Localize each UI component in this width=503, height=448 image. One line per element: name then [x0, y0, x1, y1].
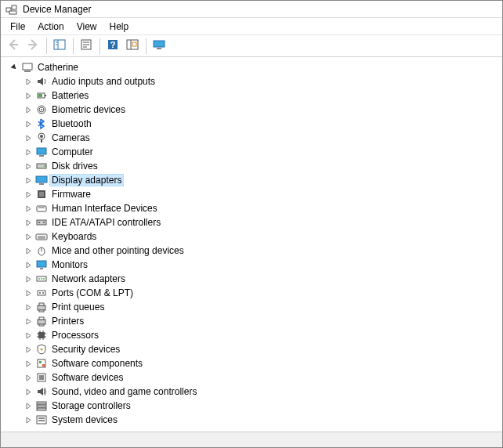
- tree-node-label: Human Interface Devices: [49, 202, 160, 215]
- expander-collapsed-icon[interactable]: [23, 245, 34, 256]
- tree-node-firmware[interactable]: Firmware: [23, 187, 501, 201]
- expander-collapsed-icon[interactable]: [23, 372, 34, 383]
- expander-collapsed-icon[interactable]: [23, 132, 34, 143]
- expander-collapsed-icon[interactable]: [23, 189, 34, 200]
- svg-point-54: [39, 292, 41, 294]
- tree-node-cameras[interactable]: Cameras: [23, 131, 501, 145]
- svg-point-71: [41, 349, 43, 351]
- svg-point-51: [41, 278, 42, 280]
- tree-node-keyboards[interactable]: Keyboards: [23, 229, 501, 244]
- tree-node-label: Keyboards: [49, 230, 99, 243]
- expander-collapsed-icon[interactable]: [23, 203, 34, 214]
- expander-collapsed-icon[interactable]: [23, 259, 34, 270]
- expander-collapsed-icon[interactable]: [23, 316, 34, 327]
- expander-collapsed-icon[interactable]: [23, 104, 34, 115]
- tree-node-network[interactable]: Network adapters: [23, 272, 501, 286]
- tree-node-label: Print queues: [49, 301, 107, 313]
- expander-collapsed-icon[interactable]: [23, 414, 34, 425]
- expander-collapsed-icon[interactable]: [23, 161, 34, 172]
- tree-node-hid[interactable]: Human Interface Devices: [23, 201, 501, 215]
- ide-icon: [35, 216, 48, 229]
- tree-node-security[interactable]: Security devices: [23, 342, 501, 356]
- tree-node-disk[interactable]: Disk drives: [23, 159, 501, 173]
- disk-icon: [35, 160, 48, 172]
- mice-icon: [35, 244, 48, 257]
- svg-rect-60: [39, 317, 44, 320]
- toolbar-forward-button[interactable]: [24, 37, 42, 56]
- tree-node-audio[interactable]: Audio inputs and outputs: [23, 74, 501, 89]
- expander-collapsed-icon[interactable]: [23, 330, 34, 341]
- toolbar-properties-button[interactable]: [77, 37, 96, 56]
- expander-collapsed-icon[interactable]: [23, 302, 34, 313]
- svg-point-32: [44, 165, 45, 167]
- svg-rect-77: [37, 402, 46, 404]
- batteries-icon: [35, 89, 48, 102]
- menu-file[interactable]: File: [4, 20, 31, 34]
- tree-node-swdev[interactable]: Software devices: [23, 370, 501, 385]
- expander-collapsed-icon[interactable]: [23, 175, 34, 186]
- expander-collapsed-icon[interactable]: [23, 217, 34, 228]
- expander-expanded-icon[interactable]: [9, 62, 20, 73]
- menu-action[interactable]: Action: [31, 20, 70, 34]
- svg-rect-61: [39, 324, 44, 326]
- hid-icon: [35, 202, 48, 215]
- expander-collapsed-icon[interactable]: [23, 146, 34, 157]
- menu-view[interactable]: View: [71, 20, 103, 34]
- expander-collapsed-icon[interactable]: [23, 400, 34, 411]
- svg-rect-81: [38, 417, 45, 419]
- tree-node-ide[interactable]: IDE ATA/ATAPI controllers: [23, 215, 501, 229]
- svg-rect-22: [38, 94, 42, 97]
- tree-node-printers[interactable]: Printers: [23, 314, 501, 328]
- expander-collapsed-icon[interactable]: [23, 344, 34, 355]
- menu-help[interactable]: Help: [103, 20, 136, 34]
- tree-node-printq[interactable]: Print queues: [23, 300, 501, 314]
- tree-node-storage[interactable]: Storage controllers: [23, 399, 501, 413]
- tree-node-ports[interactable]: Ports (COM & LPT): [23, 286, 501, 300]
- tree-node-processors[interactable]: Processors: [23, 328, 501, 342]
- svg-rect-48: [40, 268, 43, 269]
- tree-node-batteries[interactable]: Batteries: [23, 89, 501, 103]
- tree-node-mice[interactable]: Mice and other pointing devices: [23, 244, 501, 258]
- expander-collapsed-icon[interactable]: [23, 287, 34, 298]
- svg-rect-53: [38, 291, 45, 295]
- tree-node-system[interactable]: System devices: [23, 413, 501, 427]
- tree-root-node[interactable]: Catherine: [9, 60, 501, 74]
- toolbar-show-hide-tree-button[interactable]: [50, 37, 69, 56]
- toolbar-separator: [146, 38, 147, 54]
- expander-collapsed-icon[interactable]: [23, 76, 34, 87]
- expander-collapsed-icon[interactable]: [23, 231, 34, 242]
- expander-collapsed-icon[interactable]: [23, 273, 34, 284]
- svg-rect-76: [39, 375, 44, 380]
- svg-rect-36: [39, 192, 44, 197]
- expander-collapsed-icon[interactable]: [23, 386, 34, 397]
- toolbar-back-button[interactable]: [4, 37, 23, 56]
- svg-point-55: [42, 292, 44, 294]
- tree-node-label: Cameras: [49, 132, 92, 144]
- tree-node-bluetooth[interactable]: Bluetooth: [23, 117, 501, 131]
- tree-node-monitors[interactable]: Monitors: [23, 258, 501, 272]
- tree-node-label: Firmware: [49, 188, 93, 201]
- tree-node-label: Printers: [49, 315, 86, 327]
- tree-node-computer[interactable]: Computer: [23, 145, 501, 159]
- toolbar-monitor-button[interactable]: [150, 37, 168, 56]
- svg-rect-15: [132, 42, 136, 46]
- toolbar-scan-button[interactable]: [123, 37, 142, 56]
- swcomp-icon: [35, 357, 48, 370]
- tree-node-display[interactable]: Display adapters: [23, 173, 501, 187]
- tree-node-sound[interactable]: Sound, video and game controllers: [23, 385, 501, 399]
- tree-node-swcomp[interactable]: Software components: [23, 356, 501, 370]
- toolbar: ?: [1, 35, 502, 57]
- tree-node-label: Monitors: [49, 258, 90, 271]
- expander-collapsed-icon[interactable]: [23, 118, 34, 129]
- tree-node-biometric[interactable]: Biometric devices: [23, 103, 501, 117]
- swdev-icon: [35, 371, 48, 384]
- svg-rect-29: [37, 148, 46, 154]
- device-tree[interactable]: Catherine Audio inputs and outputsBatter…: [1, 57, 502, 432]
- toolbar-help-button[interactable]: ?: [103, 37, 122, 56]
- svg-point-50: [38, 278, 40, 280]
- expander-collapsed-icon[interactable]: [23, 90, 34, 101]
- tree-node-label: System devices: [49, 414, 120, 426]
- svg-rect-58: [39, 310, 44, 312]
- expander-collapsed-icon[interactable]: [23, 358, 34, 369]
- computer-root-icon: [21, 61, 34, 74]
